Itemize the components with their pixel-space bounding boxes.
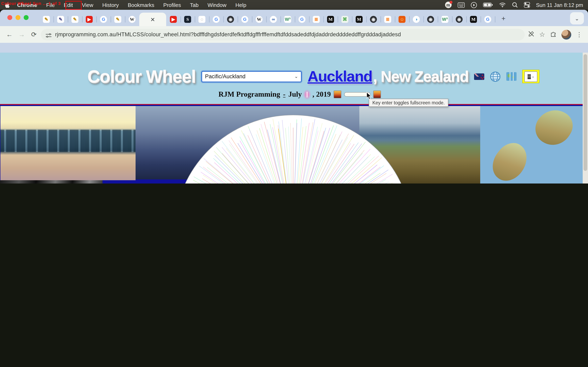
tab-google[interactable]: G xyxy=(238,13,252,26)
chrome-window: ✎✎✎▶G✎W✕▶S◌G◉GW∞W³G≣M⌘M◉≣☺◑◉W³◉MG + ⌄ ← … xyxy=(0,10,588,184)
menubar-item-history[interactable]: History xyxy=(98,2,123,8)
battery-charging-icon[interactable] xyxy=(483,2,493,7)
rjm-pencil-favicon: ✎ xyxy=(57,16,64,23)
tab-command-green[interactable]: ⌘ xyxy=(338,13,352,26)
recording-annotation-box xyxy=(65,1,82,10)
sunset-thumbnail-right[interactable] xyxy=(373,91,381,98)
url-text[interactable]: rjmprogramming.com.au/HTMLCSS/colour_whe… xyxy=(55,31,401,38)
window-controls xyxy=(7,15,29,20)
timezone-selected-value: Pacific/Auckland xyxy=(205,73,245,80)
tab-codepen-loop[interactable]: ∞ xyxy=(266,13,281,26)
chrome-favicon: ◉ xyxy=(456,16,463,23)
google-favicon: G xyxy=(241,16,248,23)
pen-slash-icon[interactable] xyxy=(528,31,534,38)
tab-rjm-pencil[interactable]: ✎ xyxy=(111,13,125,26)
tab-chrome[interactable]: ◉ xyxy=(424,13,438,26)
photo-auckland-skyline-sunset xyxy=(0,106,136,180)
play-circle-icon[interactable] xyxy=(471,2,477,8)
control-center-icon[interactable] xyxy=(524,2,530,8)
tab-rjm-pencil[interactable]: ✎ xyxy=(68,13,82,26)
tab-chrome[interactable]: ◉ xyxy=(452,13,466,26)
recording-annotation-text: Colour Wheel Sun ... 1 of 3 xyxy=(1,1,61,6)
new-tab-button[interactable]: + xyxy=(497,13,510,25)
menu-kebab-icon[interactable]: ⋮ xyxy=(576,31,582,38)
search-icon[interactable] xyxy=(512,2,518,8)
tab-active-tab[interactable]: ✕ xyxy=(139,13,166,26)
vertical-scrollbar[interactable] xyxy=(583,53,588,184)
forward-button[interactable]: → xyxy=(16,29,27,40)
tab-chrome[interactable]: ◉ xyxy=(366,13,380,26)
menubar-clock[interactable]: Sun 11 Jan 8:12 pm xyxy=(536,2,583,8)
menubar-item-window[interactable]: Window xyxy=(203,2,231,8)
reload-button[interactable]: ⟳ xyxy=(29,29,39,40)
tab-rjm-pencil[interactable]: ✎ xyxy=(53,13,68,26)
medium-m-favicon: M xyxy=(356,16,363,23)
google-favicon: G xyxy=(100,16,107,23)
wifi-icon[interactable] xyxy=(499,2,506,7)
maximize-window-button[interactable] xyxy=(24,15,29,20)
wall-mini-select[interactable]: ⌄ xyxy=(525,71,537,82)
stuff-s-favicon: S xyxy=(184,16,191,23)
tab-youtube[interactable]: ▶ xyxy=(166,13,181,26)
city-link[interactable]: Auckland xyxy=(307,68,372,85)
macos-menubar: Chrome FileEditViewHistoryBookmarksProfi… xyxy=(0,0,588,10)
tab-google[interactable]: G xyxy=(209,13,223,26)
colour-wheel-clock[interactable] xyxy=(173,115,413,184)
menubar-item-help[interactable]: Help xyxy=(231,2,251,8)
tab-stackoverflow[interactable]: ≣ xyxy=(309,13,323,26)
tab-medium-m[interactable]: M xyxy=(466,13,481,26)
menubar-item-bookmarks[interactable]: Bookmarks xyxy=(123,2,159,8)
wall-thumbnail xyxy=(527,74,531,79)
tab-stuff-s[interactable]: S xyxy=(181,13,195,26)
tabs-container: ✎✎✎▶G✎W✕▶S◌G◉GW∞W³G≣M⌘M◉≣☺◑◉W³◉MG xyxy=(39,10,495,26)
site-settings-icon[interactable] xyxy=(46,32,52,37)
timezone-select[interactable]: Pacific/Auckland ⌄ xyxy=(201,71,302,82)
tab-w3schools[interactable]: W³ xyxy=(281,13,295,26)
screen: Chrome FileEditViewHistoryBookmarksProfi… xyxy=(0,0,588,184)
tab-medium-m[interactable]: M xyxy=(323,13,338,26)
google-favicon: G xyxy=(298,16,305,23)
bookmark-star-icon[interactable]: ☆ xyxy=(539,31,545,38)
byline-dash-link[interactable]: - xyxy=(283,90,285,99)
wall-select-widget[interactable]: ⌄ xyxy=(522,70,540,83)
google-favicon: G xyxy=(213,16,220,23)
profile-avatar[interactable] xyxy=(562,30,571,39)
tab-pie-globe[interactable]: ◑ xyxy=(409,13,424,26)
menubar-item-tab[interactable]: Tab xyxy=(186,2,203,8)
tab-stackoverflow[interactable]: ≣ xyxy=(380,13,395,26)
text-caret-glow xyxy=(305,91,310,98)
fullscreen-tooltip: Key enter toggles fullscreen mode. xyxy=(369,99,448,107)
tab-rjm-pencil[interactable]: ✎ xyxy=(39,13,53,26)
address-bar[interactable]: rjmprogramming.com.au/HTMLCSS/colour_whe… xyxy=(41,29,525,40)
rjm-pencil-favicon: ✎ xyxy=(43,16,50,23)
tab-medium-m[interactable]: M xyxy=(352,13,366,26)
tab-youtube[interactable]: ▶ xyxy=(82,13,96,26)
tab-wikipedia[interactable]: W xyxy=(125,13,139,26)
tab-google[interactable]: G xyxy=(96,13,111,26)
tab-search-chevron[interactable]: ⌄ xyxy=(570,12,584,25)
back-button[interactable]: ← xyxy=(4,29,15,40)
map-new-zealand-topographic xyxy=(480,106,583,184)
keyboard-icon[interactable] xyxy=(458,2,465,8)
tab-w3schools[interactable]: W³ xyxy=(438,13,452,26)
notification-dot xyxy=(449,1,452,4)
tab-wikipedia[interactable]: W xyxy=(252,13,266,26)
extensions-icon[interactable] xyxy=(550,31,557,38)
page-title: Colour Wheel xyxy=(87,67,196,86)
tab-google[interactable]: G xyxy=(481,13,495,26)
tab-google[interactable]: G xyxy=(295,13,309,26)
byline-year: , 2019 xyxy=(312,90,331,99)
loading-spinner-favicon: ◌ xyxy=(199,16,205,23)
notification-app-icon[interactable]: m xyxy=(445,2,451,8)
close-window-button[interactable] xyxy=(7,15,12,20)
rjm-pencil-favicon: ✎ xyxy=(114,16,121,23)
tab-chrome[interactable]: ◉ xyxy=(223,13,238,26)
tab-orange-book[interactable]: ☺ xyxy=(395,13,409,26)
menubar-item-profiles[interactable]: Profiles xyxy=(159,2,186,8)
sunset-thumbnail-left[interactable] xyxy=(334,91,341,98)
minimize-window-button[interactable] xyxy=(16,15,20,20)
country-suffix: , New Zealand xyxy=(373,68,468,85)
medium-m-favicon: M xyxy=(470,16,477,23)
tab-loading-spinner[interactable]: ◌ xyxy=(195,13,209,26)
vertical-scrollbar-thumb[interactable] xyxy=(584,54,587,171)
